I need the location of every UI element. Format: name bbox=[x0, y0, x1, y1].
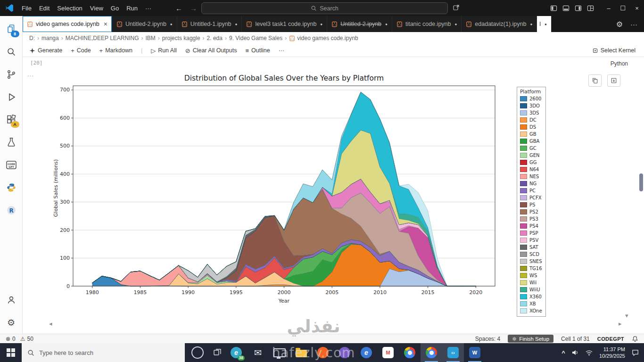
run-all-button[interactable]: ▷ Run All bbox=[151, 47, 177, 54]
modified-dot-icon[interactable]: ● bbox=[235, 22, 238, 26]
accounts-button[interactable] bbox=[0, 288, 23, 311]
forward-arrow-icon[interactable]: → bbox=[190, 4, 197, 12]
command-center-search[interactable]: Search bbox=[201, 2, 448, 14]
modified-dot-icon[interactable]: ● bbox=[530, 22, 532, 26]
breadcrumb-item-machine-deep-learning[interactable]: MACHINE,DEEP LEARNING bbox=[66, 35, 139, 41]
tab-untitled-1-ipynb[interactable]: Untitled-1.ipynb● bbox=[177, 16, 242, 32]
menu-file[interactable]: File bbox=[18, 3, 35, 13]
menu-overflow[interactable]: ··· bbox=[141, 3, 155, 13]
vertical-scrollbar-thumb[interactable] bbox=[639, 173, 643, 191]
taskbar-app-mail[interactable]: ✉ bbox=[247, 343, 269, 362]
taskbar-app-word[interactable]: W bbox=[464, 343, 486, 362]
breadcrumb-item-9-video-game-sales[interactable]: 9. Video Game Sales bbox=[229, 35, 282, 41]
close-button[interactable]: × bbox=[630, 0, 644, 16]
tray-expand-icon[interactable]: ^ bbox=[561, 349, 565, 356]
taskbar-clock[interactable]: 11:37 PM 10/29/2025 bbox=[599, 346, 625, 360]
action-center-icon[interactable] bbox=[631, 349, 639, 357]
tab-untitled-2-ipynb[interactable]: Untitled-2.ipynb● bbox=[327, 16, 392, 32]
toggle-secondary-sidebar-icon[interactable] bbox=[575, 5, 582, 12]
problems-indicator[interactable]: ⊗ 0 ⚠ 50 bbox=[6, 336, 33, 342]
taskbar-app-vscode[interactable]: ‹› bbox=[442, 343, 464, 362]
finish-setup-button[interactable]: Finish Setup bbox=[508, 335, 553, 343]
scroll-left-icon[interactable]: ◂ bbox=[49, 320, 52, 327]
tab-untitled-2-ipynb[interactable]: Untitled-2.ipynb● bbox=[112, 16, 177, 32]
search-button[interactable] bbox=[0, 41, 23, 63]
copy-output-button[interactable] bbox=[588, 74, 602, 87]
speaker-icon[interactable] bbox=[571, 349, 579, 356]
taskbar-app-edge-blue[interactable]: e bbox=[355, 343, 377, 362]
taskbar-app-edge[interactable]: e38 bbox=[225, 343, 247, 362]
customize-layout-icon[interactable] bbox=[587, 5, 594, 12]
toolbar-more-button[interactable]: ··· bbox=[279, 47, 285, 54]
codegpt-status[interactable]: CODEGPT bbox=[597, 336, 624, 342]
source-control-button[interactable] bbox=[0, 63, 23, 86]
notifications-bell-icon[interactable] bbox=[632, 336, 638, 342]
taskbar-app-gmail[interactable]: M bbox=[377, 343, 399, 362]
tab-settings-gear-icon[interactable]: ⚙ bbox=[616, 20, 623, 29]
cell-language-picker[interactable]: Python bbox=[611, 60, 628, 67]
cortana-icon[interactable] bbox=[191, 346, 204, 359]
new-window-icon[interactable] bbox=[453, 4, 460, 13]
tab-edadataviz-1-ipynb[interactable]: edadataviz(1).ipynb● bbox=[462, 16, 537, 32]
scroll-down-icon[interactable]: ▾ bbox=[625, 312, 628, 319]
tab-l[interactable]: l● bbox=[537, 16, 552, 32]
breadcrumb-item-projects-kaggle[interactable]: projects kaggle bbox=[162, 35, 200, 41]
add-code-cell-button[interactable]: + Code bbox=[71, 47, 91, 54]
breadcrumb-item-2-eda[interactable]: 2. eda bbox=[207, 35, 223, 41]
maximize-button[interactable]: ☐ bbox=[616, 0, 630, 16]
cell-position-indicator[interactable]: Cell 1 of 31 bbox=[561, 336, 590, 342]
clear-all-outputs-button[interactable]: ⊘ Clear All Outputs bbox=[185, 47, 237, 54]
explorer-button[interactable]: 8 bbox=[0, 18, 23, 41]
breadcrumb-separator: › bbox=[225, 35, 227, 41]
toggle-panel-icon[interactable] bbox=[562, 5, 570, 12]
breadcrumb-item-d[interactable]: D: bbox=[29, 35, 35, 41]
taskbar-app-chrome[interactable] bbox=[399, 343, 421, 362]
start-button[interactable] bbox=[0, 343, 22, 362]
breadcrumb-item-manga[interactable]: manga bbox=[41, 35, 59, 41]
modified-dot-icon[interactable]: ● bbox=[545, 22, 547, 26]
task-view-button[interactable] bbox=[209, 343, 225, 362]
testing-button[interactable] bbox=[0, 131, 23, 154]
menu-view[interactable]: View bbox=[86, 3, 107, 13]
tab-video-games-code-ipynb[interactable]: video games code.ipynb× bbox=[23, 16, 112, 32]
taskbar-search[interactable]: Type here to search bbox=[22, 343, 185, 362]
modified-dot-icon[interactable]: ● bbox=[170, 22, 173, 26]
close-tab-icon[interactable]: × bbox=[104, 20, 107, 28]
select-kernel-button[interactable]: Select Kernel bbox=[592, 47, 636, 54]
python-extension-button[interactable] bbox=[0, 176, 23, 199]
indentation-indicator[interactable]: Spaces: 4 bbox=[475, 336, 500, 342]
extensions-button[interactable]: A bbox=[0, 108, 23, 131]
scroll-right-icon[interactable]: ▸ bbox=[619, 320, 622, 327]
taskbar-app-firefox[interactable] bbox=[312, 343, 334, 362]
generate-button[interactable]: Generate bbox=[29, 47, 62, 54]
network-icon[interactable] bbox=[585, 349, 593, 356]
tab-titanic-code-ipynb[interactable]: titanic code.ipynb● bbox=[392, 16, 462, 32]
toggle-sidebar-icon[interactable] bbox=[550, 5, 557, 12]
breadcrumb-item-video-games-code-ipynb[interactable]: video games code.ipynb bbox=[289, 35, 358, 41]
breadcrumb-item-ibm[interactable]: IBM bbox=[146, 35, 156, 41]
menu-run[interactable]: Run bbox=[123, 3, 141, 13]
tab-level3-task1-code-ipynb[interactable]: level3 task1 code.ipynb● bbox=[242, 16, 327, 32]
taskbar-app-chrome-2[interactable] bbox=[421, 343, 442, 362]
taskbar-app-display[interactable] bbox=[269, 343, 290, 362]
more-actions-icon[interactable]: ··· bbox=[630, 20, 637, 28]
modified-dot-icon[interactable]: ● bbox=[455, 22, 457, 26]
codegpt-button[interactable]: CODEGPT bbox=[0, 154, 23, 176]
menu-edit[interactable]: Edit bbox=[35, 3, 53, 13]
add-markdown-cell-button[interactable]: + Markdown bbox=[99, 47, 132, 54]
taskbar-app-explorer[interactable] bbox=[290, 343, 312, 362]
run-debug-button[interactable] bbox=[0, 86, 23, 108]
settings-button[interactable]: ⚙ bbox=[0, 311, 23, 334]
cell-overflow[interactable]: ... bbox=[27, 71, 34, 78]
r-extension-button[interactable]: R bbox=[0, 199, 23, 222]
outline-button[interactable]: ≡ Outline bbox=[245, 47, 270, 54]
modified-dot-icon[interactable]: ● bbox=[320, 22, 322, 26]
back-arrow-icon[interactable]: ← bbox=[175, 4, 182, 12]
warning-count: 50 bbox=[27, 336, 33, 342]
modified-dot-icon[interactable]: ● bbox=[385, 22, 388, 26]
minimize-button[interactable]: – bbox=[602, 0, 616, 16]
save-output-button[interactable] bbox=[607, 74, 620, 87]
menu-go[interactable]: Go bbox=[107, 3, 123, 13]
menu-selection[interactable]: Selection bbox=[53, 3, 86, 13]
taskbar-app-app-purple[interactable] bbox=[334, 343, 355, 362]
